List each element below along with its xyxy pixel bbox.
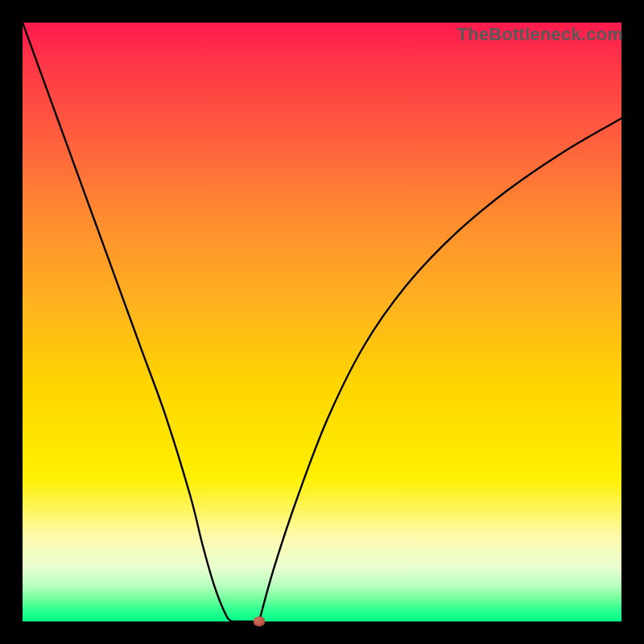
chart-frame: TheBottleneck.com (0, 0, 644, 644)
valley-marker (254, 617, 265, 626)
curve-svg (0, 0, 644, 644)
bottleneck-curve (23, 23, 621, 625)
